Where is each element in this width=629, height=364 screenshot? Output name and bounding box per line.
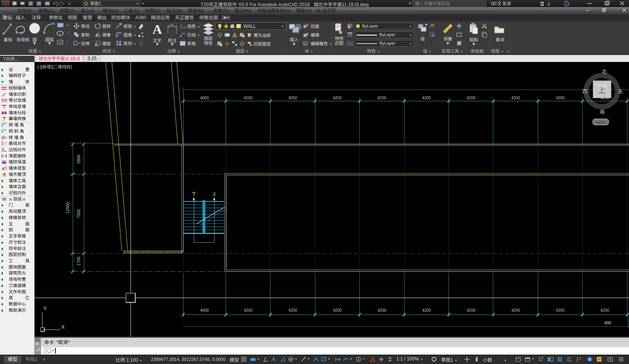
svg-text:a: a bbox=[304, 42, 306, 45]
svg-text:12: 12 bbox=[170, 23, 173, 27]
svg-text:上: 上 bbox=[212, 192, 217, 196]
svg-text:4200: 4200 bbox=[377, 96, 386, 100]
svg-text:北: 北 bbox=[601, 69, 607, 75]
svg-text:4000: 4000 bbox=[200, 308, 209, 313]
svg-text:12000: 12000 bbox=[65, 202, 70, 214]
svg-text:Y: Y bbox=[43, 305, 47, 311]
svg-text:西: 西 bbox=[583, 88, 588, 94]
svg-text:2800: 2800 bbox=[76, 155, 81, 164]
svg-text:4200: 4200 bbox=[377, 308, 386, 313]
svg-text:4200: 4200 bbox=[467, 96, 476, 100]
svg-text:4200: 4200 bbox=[422, 96, 431, 100]
svg-text:4200: 4200 bbox=[333, 96, 342, 100]
svg-text:4200: 4200 bbox=[556, 96, 565, 100]
svg-text:1: 1 bbox=[181, 24, 182, 27]
svg-text:4200: 4200 bbox=[288, 308, 297, 313]
svg-text:南: 南 bbox=[600, 109, 605, 115]
svg-text:B: B bbox=[589, 357, 591, 361]
svg-text:4200: 4200 bbox=[288, 96, 297, 100]
svg-text:4200: 4200 bbox=[244, 96, 253, 100]
svg-text:X: X bbox=[61, 324, 65, 330]
svg-text:4000: 4000 bbox=[200, 96, 209, 100]
svg-text:4200: 4200 bbox=[511, 308, 520, 313]
svg-text:1700: 1700 bbox=[76, 256, 81, 266]
svg-text:4200: 4200 bbox=[244, 308, 253, 313]
svg-text:4200: 4200 bbox=[511, 96, 520, 100]
svg-text:4200: 4200 bbox=[422, 308, 431, 313]
svg-text:79400: 79400 bbox=[596, 84, 607, 88]
svg-text:登录: 登录 bbox=[502, 1, 511, 6]
svg-text:400: 400 bbox=[604, 320, 611, 325]
svg-text:4200: 4200 bbox=[467, 308, 476, 313]
svg-text:下: 下 bbox=[192, 192, 196, 196]
svg-text:4200: 4200 bbox=[333, 308, 342, 313]
svg-text:[-][俯视][二维线框]: [-][俯视][二维线框] bbox=[37, 64, 72, 69]
svg-text:东: 东 bbox=[618, 88, 623, 94]
svg-text:4200: 4200 bbox=[556, 308, 565, 313]
svg-text:?: ? bbox=[566, 2, 568, 6]
svg-text:7500: 7500 bbox=[76, 209, 81, 219]
svg-text:4200: 4200 bbox=[600, 308, 609, 313]
svg-text:WCS: WCS bbox=[597, 121, 605, 124]
